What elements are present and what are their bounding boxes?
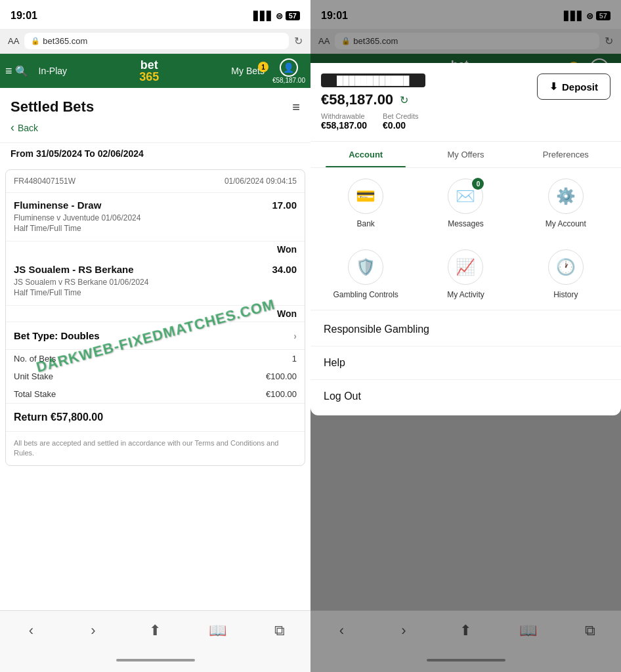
- tabs-btn-left[interactable]: ⧉: [265, 619, 294, 642]
- bet2-detail1-left: JS Soualem v RS Berkane 01/06/2024: [14, 278, 297, 287]
- bet-credits-val: €0.00: [383, 120, 418, 131]
- account-info: ████████████ €58,187.00 ↻ Withdrawable €…: [321, 74, 425, 131]
- back-nav-btn-left[interactable]: ‹: [16, 619, 45, 642]
- total-stake-row-left: Total Stake €100.00: [6, 385, 305, 403]
- status-icons-left: ▋▋▋ ⊜ 57: [253, 11, 300, 21]
- right-phone-panel: 19:01 ▋▋▋ ⊜ 57 AA 🔒 bet365.com ↻ ≡ 🔍 In-…: [310, 0, 621, 672]
- bank-icon-circle: 💳: [348, 178, 383, 214]
- bet2-detail2-left: Half Time/Full Time: [14, 288, 297, 297]
- no-of-bets-label-left: No. of Bets: [14, 354, 56, 364]
- url-bar-left[interactable]: 🔒 bet365.com: [24, 33, 289, 49]
- bet1-name-left: Fluminense - Draw: [14, 200, 101, 211]
- bet1-result-left: Won: [6, 242, 305, 257]
- my-activity-icon-circle: 📈: [448, 249, 483, 285]
- account-balance: €58,187.00: [321, 91, 393, 108]
- logo-num-left: 365: [139, 71, 159, 83]
- gambling-controls-icon-circle: 🛡️: [348, 249, 383, 285]
- nav-balance-left: €58,187.00: [272, 77, 305, 84]
- total-stake-label-left: Total Stake: [14, 389, 56, 399]
- bet1-detail2-left: Half Time/Full Time: [14, 224, 297, 233]
- wifi-icon-left: ⊜: [276, 11, 283, 21]
- history-icon-item[interactable]: 🕐 History: [516, 249, 616, 299]
- messages-icon-item[interactable]: ✉️ 0 Messages: [416, 178, 515, 228]
- bank-icon-item[interactable]: 💳 Bank: [316, 178, 416, 228]
- inplay-link-left[interactable]: In-Play: [39, 66, 68, 76]
- time-left: 19:01: [11, 10, 37, 22]
- menu-icon-left[interactable]: ≡: [5, 64, 12, 78]
- home-indicator-left: [0, 656, 310, 672]
- chevron-right-icon-left: ›: [293, 331, 297, 341]
- back-link-left[interactable]: Back: [0, 121, 310, 142]
- home-bar-left: [116, 659, 195, 662]
- no-of-bets-row-left: No. of Bets 1: [6, 350, 305, 368]
- history-icon: 🕐: [556, 258, 576, 276]
- bet2-result-left: Won: [6, 306, 305, 322]
- total-stake-val-left: €100.00: [266, 389, 297, 399]
- share-btn-left[interactable]: ⬆: [140, 619, 169, 642]
- bet-credits-item: Bet Credits €0.00: [383, 112, 418, 131]
- menu-section: Responsible Gambling Help Log Out: [310, 310, 621, 415]
- tab-my-offers[interactable]: My Offers: [416, 142, 515, 167]
- bookmarks-btn-left[interactable]: 📖: [203, 619, 232, 642]
- my-activity-label: My Activity: [447, 290, 484, 299]
- browser-aa-left: AA: [8, 36, 19, 46]
- overlay-content: ████████████ €58,187.00 ↻ Withdrawable €…: [310, 63, 621, 415]
- logo-left[interactable]: bet 365: [139, 59, 159, 83]
- unit-stake-row-left: Unit Stake €100.00: [6, 368, 305, 385]
- bet2-name-left: JS Soualem - RS Berkane: [14, 264, 134, 275]
- history-icon-circle: 🕐: [548, 249, 584, 285]
- battery-left: 57: [286, 11, 300, 20]
- my-account-icon-circle: ⚙️: [548, 178, 584, 214]
- nav-bar-left: ≡ 🔍 In-Play bet 365 My Bets 1 👤 €58,187.…: [0, 54, 310, 88]
- bet-row-2-left: JS Soualem - RS Berkane 34.00 JS Soualem…: [6, 257, 305, 306]
- bet-card-header-left: FR4480407151W 01/06/2024 09:04:15: [6, 170, 305, 193]
- account-icon-left[interactable]: 👤 €58,187.00: [272, 58, 305, 84]
- help-item[interactable]: Help: [310, 346, 621, 380]
- signal-icon-left: ▋▋▋: [253, 11, 273, 21]
- bank-label: Bank: [356, 219, 374, 228]
- bet-type-row-left[interactable]: Bet Type: Doubles ›: [6, 322, 305, 350]
- deposit-label: Deposit: [562, 81, 598, 93]
- withdrawable-row: Withdrawable €58,187.00 Bet Credits €0.0…: [321, 112, 425, 131]
- tab-account[interactable]: Account: [316, 142, 416, 167]
- logo-bet-left: bet: [140, 59, 158, 71]
- messages-icon-circle: ✉️ 0: [448, 178, 483, 214]
- my-account-icon-item[interactable]: ⚙️ My Account: [516, 178, 616, 228]
- my-activity-icon-item[interactable]: 📈 My Activity: [416, 249, 515, 299]
- icon-grid-row2: 🛡️ Gambling Controls 📈 My Activity 🕐 His…: [310, 239, 621, 310]
- hamburger-icon-left[interactable]: ≡: [292, 100, 300, 115]
- balance-refresh-icon[interactable]: ↻: [400, 94, 408, 106]
- messages-icon: ✉️: [456, 187, 475, 205]
- unit-stake-val-left: €100.00: [266, 371, 297, 381]
- account-name-bar: ████████████: [321, 74, 425, 87]
- history-label: History: [553, 290, 578, 299]
- withdrawable-label: Withdrawable: [321, 112, 367, 120]
- messages-label: Messages: [448, 219, 484, 228]
- status-bar-left: 19:01 ▋▋▋ ⊜ 57: [0, 0, 310, 29]
- logout-item[interactable]: Log Out: [310, 380, 621, 413]
- lock-icon-left: 🔒: [31, 37, 40, 45]
- deposit-icon: ⬇: [549, 81, 558, 93]
- date-range-left: From 31/05/2024 To 02/06/2024: [0, 142, 310, 164]
- bet1-detail1-left: Fluminense v Juventude 01/06/2024: [14, 213, 297, 222]
- tab-preferences[interactable]: Preferences: [516, 142, 616, 167]
- bet2-odds-left: 34.00: [272, 264, 297, 275]
- account-header: ████████████ €58,187.00 ↻ Withdrawable €…: [310, 63, 621, 142]
- refresh-button-left[interactable]: ↻: [294, 35, 303, 47]
- mybets-badge-left: 1: [258, 62, 268, 72]
- left-phone-panel: DARKWEB-FIXEDMATCHES.COM 19:01 ▋▋▋ ⊜ 57 …: [0, 0, 310, 672]
- activity-icon: 📈: [456, 258, 475, 276]
- account-overlay: ████████████ €58,187.00 ↻ Withdrawable €…: [310, 0, 621, 672]
- page-title-left: Settled Bets: [11, 98, 94, 116]
- mybets-left[interactable]: My Bets 1: [231, 66, 265, 76]
- search-icon-left[interactable]: 🔍: [15, 65, 28, 77]
- responsible-gambling-item[interactable]: Responsible Gambling: [310, 313, 621, 346]
- bet-return-left: Return €57,800.00: [6, 403, 305, 431]
- bet-footer-left: All bets are accepted and settled in acc…: [6, 431, 305, 465]
- browser-bar-left: AA 🔒 bet365.com ↻: [0, 29, 310, 54]
- gambling-controls-icon-item[interactable]: 🛡️ Gambling Controls: [316, 249, 416, 299]
- my-account-icon: ⚙️: [556, 187, 576, 205]
- bet-credits-label: Bet Credits: [383, 112, 418, 120]
- forward-nav-btn-left[interactable]: ›: [79, 619, 108, 642]
- deposit-button[interactable]: ⬇ Deposit: [537, 74, 610, 100]
